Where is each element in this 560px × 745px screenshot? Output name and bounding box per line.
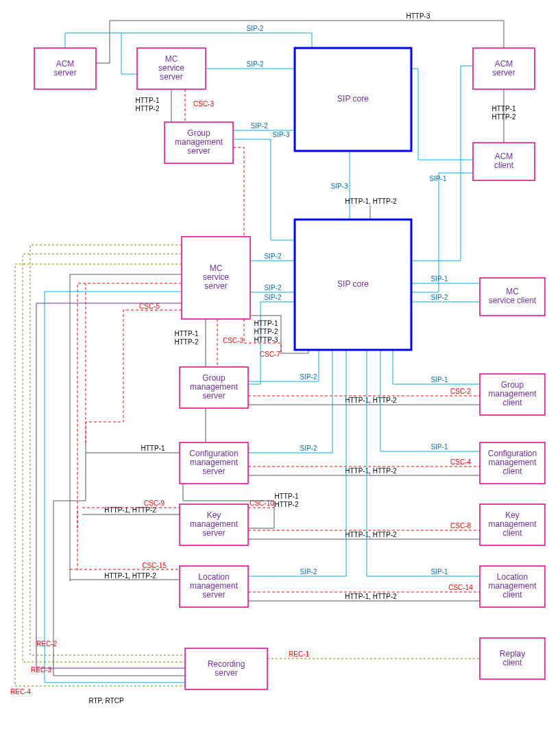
node-label: server (204, 281, 227, 291)
node-label: ACM (495, 59, 513, 69)
node-label: server (202, 391, 225, 401)
config-mgmt-client: Configurationmanagementclient (480, 442, 545, 484)
edge-label: CSC-14 (448, 584, 473, 591)
edge-label: HTTP-1 (141, 445, 165, 452)
edge-label: SIP-2 (264, 252, 281, 260)
node-label: service (203, 272, 229, 282)
edge-label: REC-4 (10, 688, 31, 696)
node-label: client (502, 658, 522, 667)
edge-label: SIP-1 (430, 568, 448, 576)
node-label: management (488, 458, 537, 467)
node-label: Key (207, 510, 221, 520)
edge (271, 139, 295, 240)
replay-client: Replayclient (480, 638, 545, 679)
edge (121, 33, 137, 74)
edge-label: REC-1 (289, 650, 309, 658)
edge-label: CSC-5 (139, 303, 160, 310)
edge-label: HTTP-1 (175, 330, 199, 338)
sip-core-1: SIP core (295, 48, 411, 151)
edge-label: REC-2 (36, 640, 57, 648)
node-label: client (502, 528, 522, 538)
node-label: server (187, 146, 210, 156)
edge-label: SIP-1 (430, 443, 448, 451)
node-label: SIP core (337, 279, 369, 289)
edge-label: SIP-2 (264, 294, 281, 301)
node-label: client (502, 466, 522, 476)
group-mgmt-server-2: Groupmanagementserver (180, 367, 248, 408)
node-label: Location (497, 572, 528, 582)
edge (248, 350, 346, 576)
edge-label: HTTP-1 (254, 320, 278, 327)
edge (70, 274, 182, 581)
edge-label: HTTP-3 (254, 336, 278, 344)
node-label: client (502, 590, 522, 600)
edge (23, 254, 185, 662)
loc-mgmt-client: Locationmanagementclient (480, 566, 545, 607)
node-label: Configuration (488, 449, 537, 458)
node-label: management (190, 581, 239, 591)
edge-label: CSC-8 (450, 522, 471, 530)
edge (53, 444, 185, 676)
node-label: SIP core (337, 94, 369, 104)
edge (45, 292, 185, 683)
node-label: server (202, 590, 225, 600)
node-label: ACM (495, 152, 513, 161)
edge-label: HTTP-2 (254, 328, 278, 335)
edge-label: HTTP-2 (492, 113, 516, 121)
edge-label: SIP-3 (330, 182, 348, 190)
node-label: management (175, 137, 223, 147)
edge-label: HTTP-1 (136, 97, 160, 104)
config-mgmt-server: Configurationmanagementserver (180, 442, 248, 484)
node-label: server (492, 68, 515, 78)
group-mgmt-server-1: Groupmanagementserver (165, 122, 233, 163)
edge (183, 484, 274, 501)
key-mgmt-server: Keymanagementserver (180, 504, 248, 545)
nodes: ACMserverMCserviceserverACMserverSIP cor… (34, 48, 545, 689)
acm-server-1: ACMserver (34, 48, 96, 89)
node-label: Key (505, 510, 520, 520)
edge-label: SIP-2 (430, 294, 448, 301)
node-label: Configuration (189, 449, 238, 458)
node-label: Group (187, 128, 210, 138)
node-label: service (158, 63, 184, 73)
edge-label: HTTP-1, HTTP-2 (345, 397, 397, 404)
node-label: Group (202, 373, 226, 383)
edge-label: SIP-2 (246, 25, 263, 32)
key-mgmt-client: Keymanagementclient (480, 504, 545, 545)
edge-label: HTTP-1, HTTP-2 (104, 572, 156, 580)
recording-server: Recordingserver (185, 648, 267, 689)
edge-label: REC-3 (31, 666, 51, 674)
node-label: server (215, 668, 237, 678)
node-label: Recording (208, 659, 245, 669)
edge-label: HTTP-2 (136, 105, 160, 113)
edge-label: SIP-2 (300, 373, 317, 381)
mc-service-client: MCservice client (480, 278, 545, 316)
node-label: server (160, 72, 182, 82)
node-label: Group (501, 380, 524, 390)
edge-label: CSC-15 (142, 562, 167, 569)
edge-label: CSC-2 (450, 388, 471, 395)
mc-service-server-2: MCserviceserver (182, 237, 250, 319)
edge-label: CSC-4 (450, 458, 471, 466)
node-label: MC (506, 287, 519, 296)
edge-label: HTTP-1, HTTP-2 (345, 593, 397, 600)
edge-label: HTTP-1, HTTP-2 (345, 198, 397, 205)
edge (15, 264, 185, 686)
edge-label: SIP-1 (430, 376, 448, 383)
node-label: client (494, 161, 514, 170)
edge-label: SIP-1 (430, 275, 448, 283)
edge-label: HTTP-1 (275, 493, 299, 500)
node-label: MC (165, 54, 178, 64)
edge-label: HTTP-2 (275, 501, 299, 508)
architecture-diagram: HTTP-3SIP-2SIP-2HTTP-1HTTP-2CSC-3SIP-2SI… (0, 0, 560, 745)
node-label: server (202, 466, 225, 476)
acm-server-2: ACMserver (473, 48, 535, 89)
node-label: server (53, 68, 76, 78)
edge-label: SIP-2 (300, 445, 317, 452)
edge-label: HTTP-2 (175, 338, 199, 346)
edge (411, 69, 473, 160)
edge-label: HTTP-1 (492, 105, 516, 113)
node-label: Location (198, 572, 229, 582)
loc-mgmt-server: Locationmanagementserver (180, 566, 248, 607)
node-label: server (202, 528, 225, 538)
